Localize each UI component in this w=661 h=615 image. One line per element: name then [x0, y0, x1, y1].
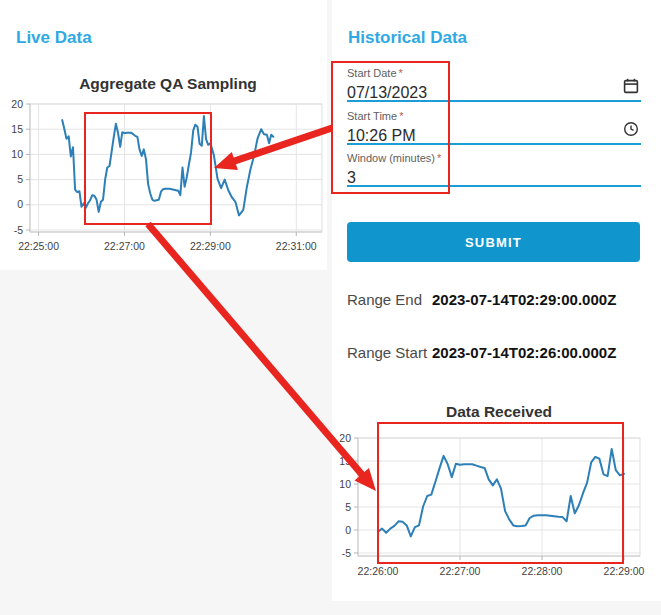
data-received-chart: 20151050-522:26:0022:27:0022:28:0022:29:… — [333, 390, 661, 605]
submit-button[interactable]: SUBMIT — [347, 222, 640, 262]
aggregate-qa-line — [62, 116, 273, 215]
x-tick-label: 22:31:00 — [276, 240, 317, 252]
field-underline — [347, 185, 641, 187]
result-value: 2023-07-14T02:29:00.000Z — [432, 291, 616, 308]
field-label: Window (minutes) — [347, 152, 435, 164]
x-tick-label: 22:28:00 — [522, 565, 563, 577]
x-tick-label: 22:29:00 — [190, 240, 231, 252]
app-root: Live Data Historical Data 20151050-522:2… — [0, 0, 661, 615]
historical-data-title: Historical Data — [348, 28, 467, 48]
field-row-window-minutes-: Window (minutes)*3 — [347, 148, 641, 187]
calendar-icon[interactable] — [623, 78, 639, 94]
result-value: 2023-07-14T02:26:00.000Z — [432, 344, 616, 361]
chart-title: Aggregate QA Sampling — [79, 75, 257, 92]
y-tick-label: 15 — [339, 455, 351, 467]
result-label: Range Start — [347, 344, 432, 361]
y-tick-label: 5 — [345, 501, 351, 513]
y-tick-label: -5 — [342, 547, 351, 559]
result-label: Range End — [347, 291, 432, 308]
y-tick-label: 10 — [11, 148, 23, 160]
y-tick-label: 20 — [339, 432, 351, 444]
y-tick-label: 10 — [339, 478, 351, 490]
field-row-start-date: Start Date*07/13/2023 — [347, 63, 641, 102]
required-asterisk: * — [399, 67, 403, 79]
aggregate-qa-sampling-chart: 20151050-522:25:0022:27:0022:29:0022:31:… — [0, 58, 327, 270]
y-tick-label: 5 — [17, 173, 23, 185]
y-tick-label: -5 — [14, 224, 23, 236]
x-tick-label: 22:26:00 — [358, 565, 399, 577]
x-tick-label: 22:27:00 — [440, 565, 481, 577]
x-tick-label: 22:27:00 — [104, 240, 145, 252]
required-asterisk: * — [399, 110, 403, 122]
field-row-start-time: Start Time*10:26 PM — [347, 106, 641, 145]
result-row-range-start: Range Start2023-07-14T02:26:00.000Z — [347, 344, 647, 364]
data-received-line — [378, 449, 624, 536]
clock-icon[interactable] — [623, 121, 639, 137]
x-tick-label: 22:29:00 — [604, 565, 645, 577]
y-tick-label: 0 — [345, 524, 351, 536]
field-underline — [347, 143, 641, 145]
y-tick-label: 20 — [11, 98, 23, 110]
live-data-title: Live Data — [16, 28, 92, 48]
y-tick-label: 0 — [17, 198, 23, 210]
field-label: Start Date — [347, 67, 397, 79]
field-label: Start Time — [347, 110, 397, 122]
x-tick-label: 22:25:00 — [18, 240, 59, 252]
result-row-range-end: Range End2023-07-14T02:29:00.000Z — [347, 291, 647, 311]
chart-title: Data Received — [446, 403, 552, 420]
y-tick-label: 15 — [11, 123, 23, 135]
required-asterisk: * — [437, 152, 441, 164]
field-underline — [347, 100, 641, 102]
